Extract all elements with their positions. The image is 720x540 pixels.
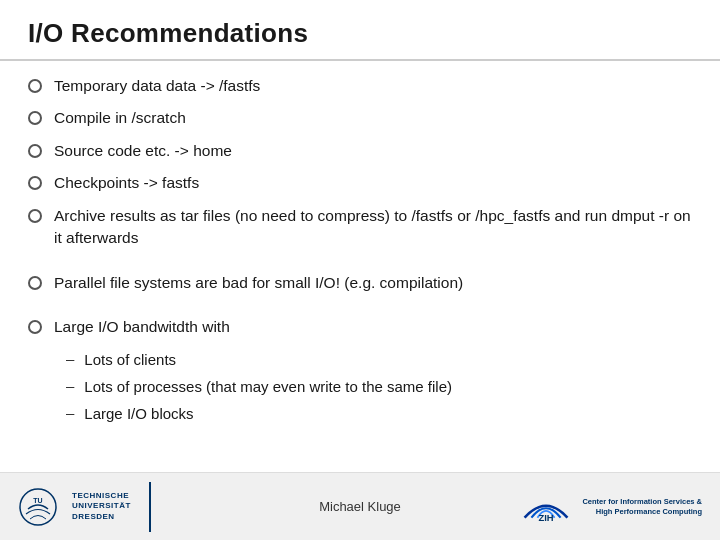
bullet-icon — [28, 144, 42, 158]
list-item: Compile in /scratch — [28, 107, 692, 129]
bullet-icon — [28, 79, 42, 93]
footer-author: Michael Kluge — [319, 499, 401, 514]
list-item: Parallel file systems are bad for small … — [28, 272, 692, 294]
tud-line1: TECHNISCHE — [72, 491, 131, 501]
svg-text:TU: TU — [33, 497, 42, 504]
header: I/O Recommendations — [0, 0, 720, 61]
list-item: Checkpoints -> fastfs — [28, 172, 692, 194]
svg-text:ZIH: ZIH — [539, 512, 554, 522]
sub-bullet-text: Large I/O blocks — [84, 403, 193, 424]
bullet-icon — [28, 276, 42, 290]
tud-line2: UNIVERSITÄT — [72, 501, 131, 511]
list-item: – Large I/O blocks — [66, 403, 692, 424]
tud-name-text: TECHNISCHE UNIVERSITÄT DRESDEN — [72, 491, 131, 522]
bullet-text: Temporary data data -> /fastfs — [54, 75, 260, 97]
list-item: – Lots of processes (that may even write… — [66, 376, 692, 397]
tud-line3: DRESDEN — [72, 512, 131, 522]
footer: TU TECHNISCHE UNIVERSITÄT DRESDEN Michae… — [0, 472, 720, 540]
bullet-icon — [28, 209, 42, 223]
zih-line1: Center for Information Services & — [582, 497, 702, 507]
dash-icon: – — [66, 404, 74, 421]
list-item: Temporary data data -> /fastfs — [28, 75, 692, 97]
zih-line2: High Performance Computing — [582, 507, 702, 517]
author-name: Michael Kluge — [319, 499, 401, 514]
svg-point-0 — [20, 489, 56, 525]
content-area: Temporary data data -> /fastfs Compile i… — [0, 61, 720, 440]
bullet-text: Parallel file systems are bad for small … — [54, 272, 463, 294]
tud-logo-area: TU TECHNISCHE UNIVERSITÄT DRESDEN — [18, 482, 159, 532]
list-item: Large I/O bandwitdth with — [28, 316, 692, 338]
bullet-icon — [28, 176, 42, 190]
sub-bullet-text: Lots of clients — [84, 349, 176, 370]
tud-emblem-icon: TU — [18, 487, 58, 527]
slide: I/O Recommendations Temporary data data … — [0, 0, 720, 540]
dash-icon: – — [66, 350, 74, 367]
bullet-text: Checkpoints -> fastfs — [54, 172, 199, 194]
list-item: – Lots of clients — [66, 349, 692, 370]
bullet-text: Source code etc. -> home — [54, 140, 232, 162]
footer-divider — [149, 482, 151, 532]
zih-logo-area: ZIH Center for Information Services & Hi… — [516, 492, 702, 522]
list-item: Archive results as tar files (no need to… — [28, 205, 692, 250]
bullet-icon — [28, 320, 42, 334]
bullet-text: Archive results as tar files (no need to… — [54, 205, 692, 250]
bullet-text: Large I/O bandwitdth with — [54, 316, 230, 338]
zih-arc-icon: ZIH — [516, 492, 576, 522]
sub-bullet-text: Lots of processes (that may even write t… — [84, 376, 452, 397]
bullet-text: Compile in /scratch — [54, 107, 186, 129]
zih-description: Center for Information Services & High P… — [582, 497, 702, 517]
bullet-icon — [28, 111, 42, 125]
dash-icon: – — [66, 377, 74, 394]
list-item: Source code etc. -> home — [28, 140, 692, 162]
slide-title: I/O Recommendations — [28, 18, 692, 49]
